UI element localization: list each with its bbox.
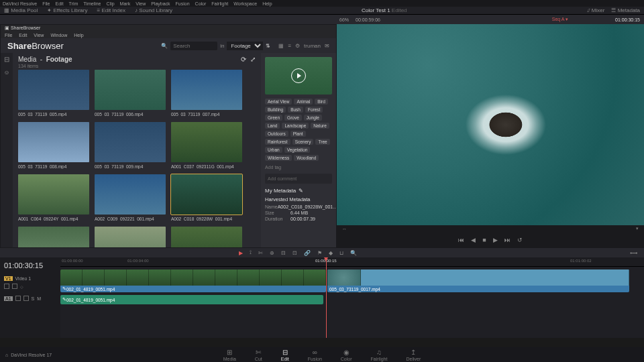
video-clip[interactable]: 005_03_73119_0017.mp4 [327, 269, 629, 292]
timeline-options-icon[interactable]: ⟷ [629, 250, 639, 256]
tag-chip[interactable]: Forest [305, 107, 323, 113]
tag-chip[interactable]: Urban [265, 147, 282, 153]
audio-track-header[interactable]: A1SM [4, 294, 56, 302]
go-end-button[interactable]: ⏭ [504, 237, 511, 243]
snap-icon[interactable]: ⊔ [338, 250, 345, 256]
mixer-toggle[interactable]: ⎎ Mixer [587, 7, 605, 13]
filter-icon[interactable]: ⇅ [266, 43, 270, 49]
menu-item[interactable]: Edit [56, 1, 64, 6]
disk-icon[interactable]: ⊟ [4, 56, 9, 63]
selection-tool[interactable]: ▶ [237, 250, 244, 256]
edit-index-toggle[interactable]: ≡ Edit Index [97, 7, 125, 13]
thumbnail-item[interactable]: A002_C052_0922T7_001.mp4 [95, 227, 166, 247]
menu-item[interactable]: Mark [120, 1, 131, 6]
tag-chip[interactable]: Tree [315, 139, 329, 145]
refresh-icon[interactable]: ⟳ [241, 56, 246, 63]
tag-chip[interactable]: Outdoors [265, 131, 288, 137]
play-icon[interactable] [291, 68, 306, 83]
menu-item[interactable]: Clip [107, 1, 115, 6]
timeline-tracks[interactable]: 01:00:00:00 01:00:04:00 01:00:30:15 01:0… [60, 257, 644, 338]
zoom-level[interactable]: 66% [339, 17, 349, 22]
tag-chip[interactable]: Jungle [304, 115, 322, 121]
expand-icon[interactable]: ⤢ [250, 56, 256, 63]
tab-cut[interactable]: ✄Cut [255, 349, 262, 361]
menu-item[interactable]: View [136, 1, 146, 6]
metadata-toggle[interactable]: ☰ Metadata [611, 7, 640, 13]
stop-button[interactable]: ■ [482, 237, 486, 243]
menu-item[interactable]: Color [195, 1, 207, 6]
edit-icon[interactable]: ✎ [299, 188, 303, 194]
tag-chip[interactable]: Bird [315, 99, 328, 105]
sb-menu-item[interactable]: Help [74, 33, 83, 38]
loop-button[interactable]: ↺ [517, 237, 523, 243]
sb-menu-item[interactable]: Edit [19, 33, 27, 38]
gear-icon[interactable]: ⚙ [295, 43, 300, 49]
mail-icon[interactable]: ✉ [325, 43, 329, 49]
comment-input[interactable]: Add comment [265, 174, 332, 184]
timeline-ruler[interactable]: 01:00:00:00 01:00:04:00 01:00:30:15 01:0… [60, 257, 644, 267]
search-scope-select[interactable]: Footage [227, 42, 263, 50]
thumbnail-item[interactable]: A002_C009_092221_001.mp4 [95, 174, 166, 221]
tag-chip[interactable]: Vegetation [284, 147, 311, 153]
tab-edit[interactable]: ⊟Edit [281, 349, 289, 361]
media-pool-toggle[interactable]: ▦ Media Pool [4, 7, 38, 13]
go-start-button[interactable]: ⏮ [458, 237, 464, 243]
thumbnail-item[interactable]: 005_03_73119_006.mp4 [95, 70, 166, 117]
tab-color[interactable]: ◉Color [341, 349, 352, 361]
tag-chip[interactable]: Nature [311, 123, 329, 129]
trim-tool[interactable]: ⟟ [248, 249, 253, 256]
blade-tool[interactable]: ✄ [257, 250, 264, 256]
audio-clip[interactable]: ✎ 002_01_4819_0051.mp4 [60, 295, 323, 304]
marker-icon[interactable]: ▾ [636, 226, 639, 231]
replace-tool[interactable]: ⊡ [291, 250, 299, 256]
tag-chip[interactable]: Building [265, 107, 286, 113]
tag-chip[interactable]: Land [265, 123, 280, 129]
overwrite-tool[interactable]: ⊟ [280, 250, 287, 256]
sequence-selector[interactable]: Seq A ▾ [552, 17, 568, 22]
sound-library-toggle[interactable]: ♪ Sound Library [135, 7, 172, 13]
marker-tool[interactable]: ◆ [327, 250, 334, 256]
sb-menu-item[interactable]: File [5, 33, 12, 38]
tag-chip[interactable]: Woodland [294, 155, 319, 161]
tag-chip[interactable]: Bush [288, 107, 303, 113]
search-input[interactable] [170, 42, 217, 50]
menu-item[interactable]: Fusion [176, 1, 190, 6]
menu-item[interactable]: Trim [69, 1, 78, 6]
tag-chip[interactable]: Grove [284, 115, 302, 121]
tag-chip[interactable]: Rainforest [265, 139, 290, 145]
menu-item[interactable]: Timeline [83, 1, 101, 6]
grid-view-icon[interactable]: ▦ [278, 43, 284, 49]
auto-select-icon[interactable] [12, 284, 17, 289]
tag-chip[interactable]: Plant [290, 131, 306, 137]
lock-icon[interactable] [4, 284, 9, 289]
breadcrumb[interactable]: Media - Footage [18, 56, 72, 63]
video-track-header[interactable]: V1Video 1 [4, 275, 56, 282]
menu-item[interactable]: Workspace [233, 1, 257, 6]
tag-chip[interactable]: Aerial View [265, 99, 292, 105]
thumbnail-item[interactable]: A002_C018_09228W_001.mp4 [171, 174, 242, 221]
my-metadata-header[interactable]: My Metadata ✎ [265, 188, 332, 194]
menu-item[interactable]: Playback [151, 1, 170, 6]
tag-chip[interactable]: Scenery [292, 139, 314, 145]
play-button[interactable]: ▶ [493, 237, 498, 243]
tag-icon[interactable]: ⌾ [5, 68, 9, 76]
link-icon[interactable]: 🔗 [303, 250, 312, 256]
sb-menu-item[interactable]: View [34, 33, 44, 38]
thumbnail-item[interactable]: A002_C076_092251_001.mp4 [171, 227, 242, 247]
thumbnail-item[interactable]: 005_03_73119_007.mp4 [171, 70, 242, 117]
thumbnail-item[interactable]: 005_03_73119_005.mp4 [18, 70, 89, 117]
tab-fairlight[interactable]: ♫Fairlight [371, 349, 388, 361]
thumbnail-item[interactable]: A002_C018_09228W_001.mp4 [18, 227, 89, 247]
flag-icon[interactable]: ⚑ [316, 250, 323, 256]
viewer-canvas[interactable] [337, 24, 644, 225]
tag-chip[interactable]: Green [265, 115, 282, 121]
tag-chip[interactable]: Landscape [282, 123, 309, 129]
menu-item[interactable]: File [42, 1, 50, 6]
thumbnail-item[interactable]: 005_03_73119_009.mp4 [95, 122, 166, 169]
playhead[interactable] [326, 257, 327, 338]
insert-tool[interactable]: ⊕ [268, 250, 276, 256]
user-label[interactable]: truman [304, 43, 321, 49]
thumbnail-item[interactable]: 005_03_73119_008.mp4 [18, 122, 89, 169]
tag-chip[interactable]: Wilderness [265, 155, 292, 161]
effects-library-toggle[interactable]: ✦ Effects Library [47, 7, 87, 13]
